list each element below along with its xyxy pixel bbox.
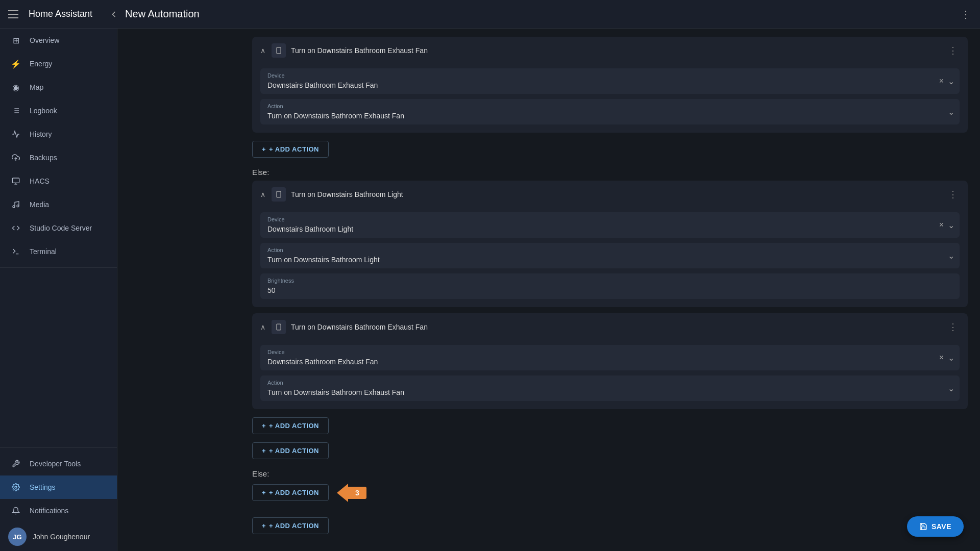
sidebar-item-terminal[interactable]: Terminal: [0, 240, 117, 263]
menu-icon[interactable]: [8, 8, 20, 20]
sidebar-item-hacs[interactable]: HACS: [0, 169, 117, 193]
clear-icon-fan-else[interactable]: ×: [939, 353, 944, 363]
top-action-header[interactable]: ∧ Turn on Downstairs Bathroom Exhaust Fa…: [252, 37, 968, 64]
action-title-light: Turn on Downstairs Bathroom Light: [291, 190, 941, 198]
hacs-icon: [10, 176, 21, 187]
device-icon: [272, 43, 286, 58]
brightness-field: Brightness 50: [260, 273, 960, 299]
sidebar-item-studio-code-server[interactable]: Studio Code Server: [0, 216, 117, 240]
device-field: Device Downstairs Bathroom Exhaust Fan ×…: [260, 68, 960, 94]
left-panel: [117, 29, 240, 551]
notifications-icon: [10, 505, 21, 516]
chevron-down-icon-fan-else[interactable]: ⌄: [948, 353, 954, 363]
history-icon: [10, 129, 21, 140]
add-action-button-bottom[interactable]: + + ADD ACTION: [252, 517, 329, 534]
chevron-down-icon-light[interactable]: ⌄: [948, 220, 954, 230]
action-card-fan-else-header[interactable]: ∧ Turn on Downstairs Bathroom Exhaust Fa…: [252, 313, 968, 341]
arrow-left-3: [337, 484, 348, 502]
action-body-light: Device Downstairs Bathroom Light × ⌄ Act…: [252, 208, 968, 307]
sidebar-item-map[interactable]: ◉ Map: [0, 76, 117, 99]
sidebar-bottom: Developer Tools Settings Notification: [0, 447, 117, 551]
sidebar-item-settings[interactable]: Settings: [0, 475, 117, 499]
field-actions-fan-else: × ⌄: [939, 353, 954, 363]
chevron-down-icon-action-light[interactable]: ⌄: [948, 251, 954, 261]
chevron-down-icon[interactable]: ⌄: [948, 77, 954, 86]
clear-icon-light[interactable]: ×: [939, 220, 944, 230]
backups-icon: [10, 152, 21, 163]
svg-rect-16: [277, 191, 281, 197]
energy-icon: ⚡: [10, 58, 21, 69]
brightness-label: Brightness: [267, 278, 952, 284]
collapse-icon[interactable]: ∧: [260, 46, 265, 55]
chevron-down-icon-action-fan-else[interactable]: ⌄: [948, 384, 954, 393]
action-card-light-header[interactable]: ∧ Turn on Downstairs Bathroom Light ⋮: [252, 181, 968, 208]
sidebar-item-label: HACS: [30, 177, 50, 185]
svg-rect-14: [277, 47, 281, 54]
top-action-card: ∧ Turn on Downstairs Bathroom Exhaust Fa…: [252, 37, 968, 133]
add-action-button-else-2[interactable]: + + ADD ACTION: [252, 484, 329, 501]
clear-icon[interactable]: ×: [939, 77, 944, 86]
sidebar-item-overview[interactable]: ⊞ Overview: [0, 29, 117, 52]
sidebar-item-energy[interactable]: ⚡ Energy: [0, 52, 117, 76]
sidebar-item-notifications[interactable]: Notifications: [0, 499, 117, 522]
collapse-icon-fan-else[interactable]: ∧: [260, 323, 265, 331]
sidebar-item-developer-tools[interactable]: Developer Tools: [0, 452, 117, 475]
else-label-2: Else:: [252, 469, 968, 478]
action-title-fan-else: Turn on Downstairs Bathroom Exhaust Fan: [291, 323, 941, 331]
add-action-label-else-1: + ADD ACTION: [269, 447, 319, 455]
add-action-label-bottom: + ADD ACTION: [269, 522, 319, 530]
user-profile[interactable]: JG John Goughenour: [0, 522, 117, 551]
action-label-light: Action: [267, 247, 952, 253]
content-area: ∧ Turn on Downstairs Bathroom Exhaust Fa…: [117, 29, 980, 551]
field-actions-action: ⌄: [948, 107, 954, 117]
map-icon: ◉: [10, 82, 21, 93]
sidebar-item-label: Overview: [30, 36, 59, 44]
overview-icon: ⊞: [10, 35, 21, 46]
field-actions-action-light: ⌄: [948, 251, 954, 261]
add-action-button-top[interactable]: + + ADD ACTION: [252, 141, 329, 158]
device-value-light: Downstairs Bathroom Light: [267, 225, 353, 233]
main-layout: ⊞ Overview ⚡ Energy ◉ Map Logbook: [0, 29, 980, 551]
add-action-button-else-inner[interactable]: + + ADD ACTION: [252, 417, 329, 434]
action-field-fan-else: Action Turn on Downstairs Bathroom Exhau…: [260, 375, 960, 401]
sidebar-item-label: Logbook: [30, 107, 57, 115]
more-options-icon[interactable]: ⋮: [960, 8, 972, 20]
field-actions-light: × ⌄: [939, 220, 954, 230]
sidebar-item-history[interactable]: History: [0, 122, 117, 146]
device-value: Downstairs Bathroom Exhaust Fan: [267, 81, 378, 89]
plus-icon-else-1: +: [262, 447, 266, 455]
sidebar-item-label: Studio Code Server: [30, 224, 92, 232]
sidebar-item-label: Energy: [30, 60, 52, 68]
logbook-icon: [10, 105, 21, 116]
add-action-button-else-1[interactable]: + + ADD ACTION: [252, 442, 329, 459]
chevron-down-icon-action[interactable]: ⌄: [948, 107, 954, 117]
sidebar-item-media[interactable]: Media: [0, 193, 117, 216]
action-more-icon[interactable]: ⋮: [946, 43, 960, 58]
plus-icon-bottom: +: [262, 522, 266, 530]
action-body-fan-else: Device Downstairs Bathroom Exhaust Fan ×…: [252, 341, 968, 409]
sidebar-item-label: Terminal: [30, 247, 57, 256]
app-title: Home Assistant: [29, 9, 92, 19]
add-action-label: + ADD ACTION: [269, 145, 319, 153]
svg-point-13: [15, 486, 17, 488]
plus-icon-else-inner: +: [262, 422, 266, 430]
user-name: John Goughenour: [33, 533, 90, 541]
annotation-badge-3: 3: [348, 487, 366, 499]
plus-icon: +: [262, 145, 266, 153]
action-more-fan-else[interactable]: ⋮: [946, 319, 960, 335]
collapse-icon-light[interactable]: ∧: [260, 190, 265, 198]
page-title: New Automation: [125, 8, 960, 20]
action-value-fan-else: Turn on Downstairs Bathroom Exhaust Fan: [267, 388, 404, 396]
back-button[interactable]: [109, 9, 119, 19]
save-icon: [919, 522, 927, 531]
save-button[interactable]: SAVE: [907, 516, 964, 537]
sidebar-item-logbook[interactable]: Logbook: [0, 99, 117, 122]
sidebar-item-label: Settings: [30, 483, 56, 491]
sidebar-item-label: Backups: [30, 154, 57, 162]
topbar: Home Assistant New Automation ⋮: [0, 0, 980, 29]
device-field-fan-else: Device Downstairs Bathroom Exhaust Fan ×…: [260, 345, 960, 370]
else-label-1: Else:: [252, 168, 968, 177]
action-label: Action: [267, 103, 952, 109]
sidebar-item-backups[interactable]: Backups: [0, 146, 117, 169]
action-more-light[interactable]: ⋮: [946, 187, 960, 202]
